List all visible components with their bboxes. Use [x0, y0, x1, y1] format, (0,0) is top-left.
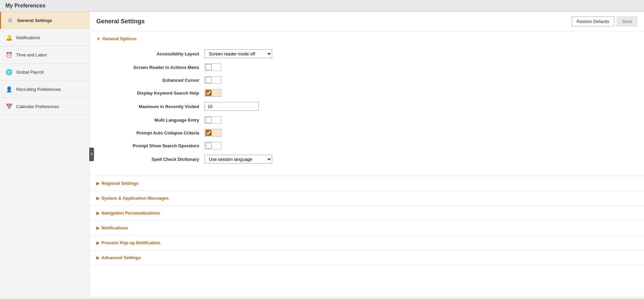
section-header-notifications-section[interactable]: ▶Notifications [90, 221, 644, 235]
general-settings-label: General Settings [17, 18, 52, 23]
time-and-labor-icon: ⏰ [5, 51, 13, 58]
chevron-regional-settings: ▶ [96, 181, 99, 186]
field-label-spell-check-dictionary: Spell Check Dictionary [96, 157, 205, 162]
section-notifications-section: ▶Notifications [90, 221, 644, 235]
section-general-options: ▼General OptionsAccessibility LayoutScre… [90, 31, 644, 176]
chevron-process-popup: ▶ [96, 241, 99, 245]
field-label-screen-reader-actions: Screen Reader in Actions Menu [96, 65, 205, 70]
form-row-prompt-show-search: Prompt Show Search Operators [96, 142, 637, 149]
toggle-wrapper-enhanced-cursor [205, 76, 221, 84]
calendar-preferences-label: Calendar Preferences [16, 104, 59, 109]
form-row-enhanced-cursor: Enhanced Cursor [96, 76, 637, 84]
checkbox-prompt-show-search[interactable] [206, 143, 212, 149]
sidebar-item-global-payroll[interactable]: 🌐Global Payroll [0, 64, 89, 81]
field-label-display-keyword-search: Display Keyword Search Help [96, 91, 205, 96]
field-control-multi-language [205, 116, 221, 124]
toggle-wrapper-prompt-auto-collapse [205, 129, 221, 136]
recruiting-preferences-icon: 👤 [5, 85, 13, 93]
content-header: General Settings Restore Defaults Save [90, 12, 644, 31]
field-label-prompt-auto-collapse: Prompt Auto Collapse Criteria [96, 130, 205, 135]
section-header-advanced-settings[interactable]: ▶Advanced Settings [90, 250, 644, 265]
checkbox-enhanced-cursor[interactable] [206, 77, 212, 83]
form-row-max-recently-visited: Maximum in Recently Visited [96, 102, 637, 111]
chevron-navigation-personalizations: ▶ [96, 211, 99, 216]
section-process-popup: ▶Process Pop-up Notification [90, 235, 644, 250]
field-control-enhanced-cursor [205, 76, 221, 84]
field-label-accessibility-layout: Accessibility Layout [96, 51, 205, 56]
global-payroll-icon: 🌐 [5, 68, 13, 76]
collapse-icon: II [91, 152, 93, 156]
field-label-multi-language: Multi Language Entry [96, 118, 205, 123]
select-spell-check-dictionary[interactable]: Use session languageEnglishFrenchSpanish [205, 155, 272, 164]
chevron-notifications-section: ▶ [96, 226, 99, 230]
section-header-regional-settings[interactable]: ▶Regional Settings [90, 176, 644, 191]
toggle-wrapper-multi-language [205, 116, 221, 124]
form-row-multi-language: Multi Language Entry [96, 116, 637, 124]
checkbox-prompt-auto-collapse[interactable] [206, 130, 212, 136]
time-and-labor-label: Time and Labor [16, 52, 47, 57]
checkbox-display-keyword-search[interactable] [206, 90, 212, 96]
sidebar-item-time-and-labor[interactable]: ⏰Time and Labor [0, 46, 89, 64]
section-label-navigation-personalizations: Navigation Personalizations [101, 210, 160, 216]
field-control-prompt-show-search [205, 142, 221, 149]
field-control-max-recently-visited [205, 102, 259, 111]
sidebar: ⚙General Settings🔔Notifications⏰Time and… [0, 12, 90, 297]
checkbox-multi-language[interactable] [206, 117, 212, 123]
section-advanced-settings: ▶Advanced Settings [90, 250, 644, 265]
notifications-label: Notifications [16, 35, 40, 40]
field-control-display-keyword-search [205, 89, 221, 97]
sidebar-nav: ⚙General Settings🔔Notifications⏰Time and… [0, 12, 89, 115]
section-regional-settings: ▶Regional Settings [90, 176, 644, 191]
content-title: General Settings [96, 18, 145, 25]
app-title: My Preferences [5, 3, 639, 9]
section-header-system-app-messages[interactable]: ▶System & Application Messages [90, 191, 644, 205]
main-content: General Settings Restore Defaults Save ▼… [90, 12, 644, 297]
form-row-screen-reader-actions: Screen Reader in Actions Menu [96, 64, 637, 71]
sidebar-collapse-handle[interactable]: II [89, 148, 94, 161]
toggle-wrapper-prompt-show-search [205, 142, 221, 149]
section-label-regional-settings: Regional Settings [101, 181, 139, 186]
form-row-display-keyword-search: Display Keyword Search Help [96, 89, 637, 97]
form-row-accessibility-layout: Accessibility LayoutScreen reader mode o… [96, 49, 637, 58]
sidebar-item-calendar-preferences[interactable]: 📅Calendar Preferences [0, 98, 89, 115]
section-navigation-personalizations: ▶Navigation Personalizations [90, 206, 644, 221]
section-label-system-app-messages: System & Application Messages [101, 196, 169, 201]
section-content-general-options: Accessibility LayoutScreen reader mode o… [90, 46, 644, 176]
save-button[interactable]: Save [617, 17, 637, 26]
chevron-general-options: ▼ [96, 36, 100, 41]
recruiting-preferences-label: Recruiting Preferences [16, 87, 61, 92]
general-settings-icon: ⚙ [6, 17, 14, 24]
field-label-max-recently-visited: Maximum in Recently Visited [96, 104, 205, 109]
section-label-process-popup: Process Pop-up Notification [101, 240, 160, 245]
calendar-preferences-icon: 📅 [5, 103, 13, 110]
section-header-general-options[interactable]: ▼General Options [90, 31, 644, 46]
sidebar-item-notifications[interactable]: 🔔Notifications [0, 29, 89, 46]
sidebar-item-general-settings[interactable]: ⚙General Settings [0, 12, 89, 29]
sections-container: ▼General OptionsAccessibility LayoutScre… [90, 31, 644, 265]
form-row-prompt-auto-collapse: Prompt Auto Collapse Criteria [96, 129, 637, 136]
section-header-process-popup[interactable]: ▶Process Pop-up Notification [90, 235, 644, 250]
app-header: My Preferences [0, 0, 644, 12]
chevron-advanced-settings: ▶ [96, 255, 99, 260]
toggle-wrapper-screen-reader-actions [205, 64, 221, 71]
input-max-recently-visited[interactable] [205, 102, 259, 111]
section-label-notifications-section: Notifications [101, 225, 128, 230]
sidebar-item-recruiting-preferences[interactable]: 👤Recruiting Preferences [0, 81, 89, 98]
field-control-prompt-auto-collapse [205, 129, 221, 136]
field-label-enhanced-cursor: Enhanced Cursor [96, 78, 205, 83]
restore-defaults-button[interactable]: Restore Defaults [572, 17, 615, 26]
section-label-general-options: General Options [102, 36, 137, 41]
section-system-app-messages: ▶System & Application Messages [90, 191, 644, 206]
global-payroll-label: Global Payroll [16, 70, 44, 75]
form-row-spell-check-dictionary: Spell Check DictionaryUse session langua… [96, 155, 637, 164]
section-label-advanced-settings: Advanced Settings [101, 255, 141, 260]
select-accessibility-layout[interactable]: Screen reader mode offScreen reader mode… [205, 49, 272, 58]
checkbox-screen-reader-actions[interactable] [206, 64, 212, 70]
section-header-navigation-personalizations[interactable]: ▶Navigation Personalizations [90, 206, 644, 220]
notifications-icon: 🔔 [5, 34, 13, 41]
toggle-wrapper-display-keyword-search [205, 89, 221, 97]
field-control-accessibility-layout: Screen reader mode offScreen reader mode… [205, 49, 272, 58]
field-control-spell-check-dictionary: Use session languageEnglishFrenchSpanish [205, 155, 272, 164]
chevron-system-app-messages: ▶ [96, 196, 99, 201]
field-label-prompt-show-search: Prompt Show Search Operators [96, 143, 205, 148]
